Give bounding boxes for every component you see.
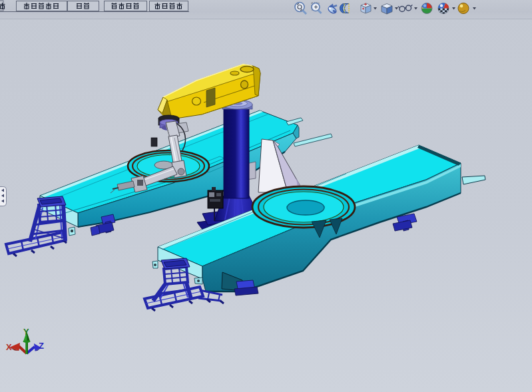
svg-text:Z: Z bbox=[39, 341, 44, 351]
svg-text:X: X bbox=[6, 342, 12, 352]
svg-text:Y: Y bbox=[23, 327, 29, 337]
